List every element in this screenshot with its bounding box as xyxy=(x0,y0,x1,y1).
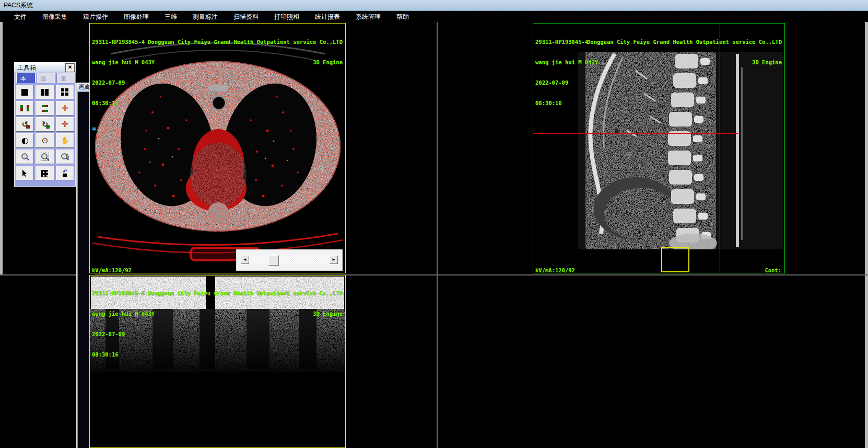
engine-label: 3D Engine xyxy=(148,311,343,317)
tool-zoom-flash-button[interactable]: ϟ xyxy=(56,150,74,164)
menu-item-9[interactable]: 系统管理 xyxy=(348,13,389,21)
layout-1x2-icon xyxy=(41,89,49,96)
left-dock-strip xyxy=(0,22,3,274)
fit-icon: ✛ xyxy=(62,105,68,112)
study-time: 08:30:16 xyxy=(535,100,598,107)
study-time: 08:30:16 xyxy=(92,351,155,358)
axial-hospital-info: Dongguan City Feiyu Grand Health Outpati… xyxy=(148,25,343,79)
layout-1x1-icon xyxy=(21,89,28,96)
invert-icon: ◐ xyxy=(21,136,29,145)
tool-move-button[interactable]: ✛ xyxy=(56,117,74,132)
menu-item-3[interactable]: 图像处理 xyxy=(116,13,157,21)
toolbox-window[interactable]: 工具箱 ✕ 基本高级测量 ✛↺↻✛◐⊙✋ϟ↶ xyxy=(14,62,76,187)
viewport-axial[interactable]: ✻ 29311-RP193845-4 wang jie hui M 043Y 2… xyxy=(89,23,346,273)
toolbox-tabs: 基本高级测量 xyxy=(14,73,76,83)
rotate-r-icon: ↻ xyxy=(42,121,49,129)
study-id: 29311-RP193845-4 xyxy=(92,39,155,45)
window-titlebar[interactable]: PACS系统 xyxy=(0,0,868,11)
compare-icon xyxy=(20,105,29,111)
patient-name: wang jie hui M 043Y xyxy=(92,311,155,317)
viewport-scout[interactable]: 29311-RP193845-4 wang jie hui M 043Y 202… xyxy=(89,275,346,448)
zoom-flash-icon: ϟ xyxy=(61,153,69,161)
scrollbar-right-button[interactable]: ► xyxy=(330,256,338,264)
menu-item-1[interactable]: 图像采集 xyxy=(34,13,75,21)
tool-zoom-region-button[interactable] xyxy=(36,150,54,164)
sagittal-ct-image xyxy=(578,52,783,249)
menu-item-2[interactable]: 观片操作 xyxy=(75,13,116,21)
sagittal-scan-params: kV/mA:120/92 Tho/Idx:1.5/1.5 Protocol:胸部… xyxy=(535,254,587,273)
scout-hospital-info: Dongguan City Feiyu Grand Health Outpati… xyxy=(148,277,343,331)
study-date: 2022-07-09 xyxy=(535,79,598,86)
menu-item-0[interactable]: 文件 xyxy=(6,13,34,21)
slice-scrollbar[interactable]: ◄ ► xyxy=(236,249,343,271)
roi-box[interactable] xyxy=(661,247,689,272)
annotation-marker-icon: ✻ xyxy=(92,126,96,132)
study-date: 2022-07-09 xyxy=(92,331,155,338)
tool-rotate-l-button[interactable]: ↺ xyxy=(16,117,34,132)
move-icon: ✛ xyxy=(62,120,68,129)
toolbox-title: 工具箱 xyxy=(17,64,36,71)
toolbox-tool-grid: ✛↺↻✛◐⊙✋ϟ↶ xyxy=(14,83,76,182)
pan-icon: ✋ xyxy=(61,137,69,144)
tool-window-level-button[interactable]: ⊙ xyxy=(36,133,54,148)
menu-item-10[interactable]: 帮助 xyxy=(389,13,417,21)
axial-patient-info: 29311-RP193845-4 wang jie hui M 043Y 202… xyxy=(92,25,155,120)
tool-zoom-button[interactable] xyxy=(16,150,34,164)
engine-label: 3D Engine xyxy=(587,59,782,66)
crosshair-horizontal-red[interactable] xyxy=(533,133,738,134)
zoom-icon xyxy=(21,153,29,161)
menu-item-6[interactable]: 扫描资料 xyxy=(226,13,266,21)
scrollbar-thumb[interactable] xyxy=(268,255,279,266)
hospital-name: Dongguan City Feiyu Grand Health Outpati… xyxy=(148,290,343,297)
axial-scan-params: kV/mA:120/92 Tho/Idx:1.5/1.5 Protocol:胸部… xyxy=(92,254,144,273)
study-date: 2022-07-09 xyxy=(92,79,155,86)
scrollbar-track[interactable] xyxy=(241,256,338,264)
rotate-l-icon: ↺ xyxy=(21,121,28,129)
matrix-icon xyxy=(41,170,48,177)
tool-layout-1x1-button[interactable] xyxy=(16,85,34,99)
scout-patient-info: 29311-RP193845-4 wang jie hui M 043Y 202… xyxy=(92,277,155,372)
window-level-icon: ⊙ xyxy=(42,137,49,145)
kv-ma: kV/mA:120/92 xyxy=(535,267,587,273)
tool-layout-2x2-button[interactable] xyxy=(56,85,74,99)
window-title: PACS系统 xyxy=(4,2,33,9)
pacs-application: { "window": { "title": "PACS系统" }, "menu… xyxy=(0,0,868,448)
menu-item-4[interactable]: 三维 xyxy=(157,13,185,21)
tool-pan-button[interactable]: ✋ xyxy=(56,133,74,148)
tool-tile-button[interactable] xyxy=(36,101,54,116)
tool-select-button[interactable] xyxy=(16,166,34,180)
zoom-region-icon xyxy=(41,153,49,161)
sagittal-hospital-info: Dongguan City Feiyu Grand Health Outpati… xyxy=(587,25,782,79)
tool-rotate-r-button[interactable]: ↻ xyxy=(36,117,54,132)
select-icon xyxy=(22,169,28,177)
layout-2x2-icon xyxy=(61,88,64,91)
cont-label: Cont: xyxy=(745,267,781,273)
toolbox-titlebar[interactable]: 工具箱 ✕ xyxy=(14,62,76,73)
patient-name: wang jie hui M 043Y xyxy=(92,59,155,66)
engine-label: 3D Engine xyxy=(148,59,343,66)
tool-reset-button[interactable]: ↶ xyxy=(56,166,74,180)
menu-bar: 文件图像采集观片操作图像处理三维测量标注扫描资料打印照相统计报表系统管理帮助 xyxy=(0,12,868,22)
hospital-name: Dongguan City Feiyu Grand Health Outpati… xyxy=(587,39,782,45)
study-id: 29311-RP193845-4 xyxy=(92,290,155,297)
study-time: 08:30:16 xyxy=(92,100,155,107)
menu-item-5[interactable]: 测量标注 xyxy=(185,13,226,21)
sagittal-display-params: Cont: FOV:360 W/L:500/150 xyxy=(745,254,781,273)
menu-item-8[interactable]: 统计报表 xyxy=(307,13,348,21)
tool-fit-button[interactable]: ✛ xyxy=(56,101,74,116)
toolbox-close-button[interactable]: ✕ xyxy=(65,63,75,72)
right-dock-strip xyxy=(865,22,868,448)
tile-icon xyxy=(41,105,49,112)
scrollbar-left-button[interactable]: ◄ xyxy=(241,256,249,264)
viewport-sagittal[interactable]: 29311-RP193845-4 wang jie hui M 043Y 202… xyxy=(533,23,785,273)
reset-icon: ↶ xyxy=(61,169,68,177)
menu-item-7[interactable]: 打印照相 xyxy=(266,13,307,21)
hospital-name: Dongguan City Feiyu Grand Health Outpati… xyxy=(148,39,343,45)
tool-matrix-button[interactable] xyxy=(36,166,54,180)
tool-invert-button[interactable]: ◐ xyxy=(16,133,34,148)
kv-ma: kV/mA:120/92 xyxy=(92,267,144,273)
tool-layout-1x2-button[interactable] xyxy=(36,85,54,99)
tool-compare-button[interactable] xyxy=(16,101,34,116)
viewport-divider-vertical xyxy=(437,22,438,448)
